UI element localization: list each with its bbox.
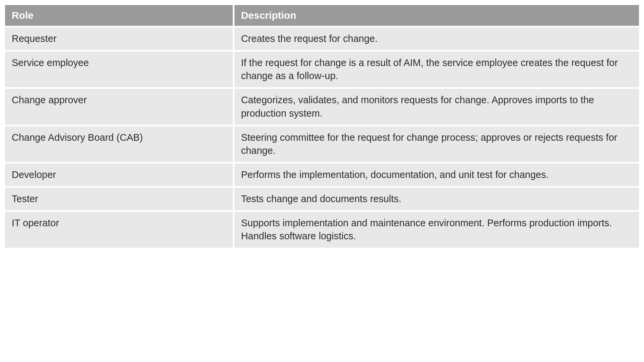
roles-table: Role Description Requester Creates the r… <box>3 3 641 249</box>
table-row: Change Advisory Board (CAB) Steering com… <box>5 126 639 162</box>
description-cell: Categorizes, validates, and monitors req… <box>234 89 639 124</box>
description-cell: Supports implementation and maintenance … <box>234 212 639 247</box>
table-row: Requester Creates the request for change… <box>5 27 639 50</box>
description-cell: Steering committee for the request for c… <box>234 126 639 162</box>
table-row: Developer Performs the implementation, d… <box>5 164 639 186</box>
table-row: Change approver Categorizes, validates, … <box>5 89 639 124</box>
role-cell: Requester <box>5 27 233 50</box>
role-cell: IT operator <box>5 212 233 247</box>
table-row: IT operator Supports implementation and … <box>5 212 639 247</box>
role-cell: Tester <box>5 188 233 210</box>
description-cell: Performs the implementation, documentati… <box>234 164 639 186</box>
table-row: Tester Tests change and documents result… <box>5 188 639 210</box>
header-role: Role <box>5 5 233 26</box>
description-cell: If the request for change is a result of… <box>234 52 639 87</box>
role-cell: Change approver <box>5 89 233 124</box>
description-cell: Creates the request for change. <box>234 27 639 50</box>
table-row: Service employee If the request for chan… <box>5 52 639 87</box>
role-cell: Change Advisory Board (CAB) <box>5 126 233 162</box>
description-cell: Tests change and documents results. <box>234 188 639 210</box>
table-header-row: Role Description <box>5 5 639 26</box>
role-cell: Service employee <box>5 52 233 87</box>
header-description: Description <box>234 5 639 26</box>
role-cell: Developer <box>5 164 233 186</box>
